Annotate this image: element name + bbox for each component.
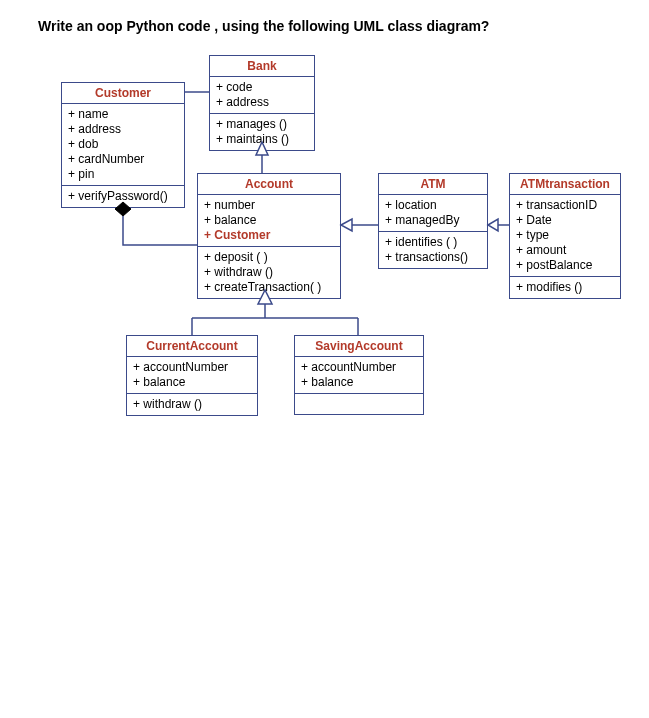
- class-atmtransaction-title: ATMtransaction: [510, 174, 620, 195]
- class-atm: ATM + location + managedBy + identifies …: [378, 173, 488, 269]
- op: + deposit ( ): [204, 250, 334, 265]
- class-account-ops: + deposit ( ) + withdraw () + createTran…: [198, 247, 340, 298]
- class-currentaccount-ops: + withdraw (): [127, 394, 257, 415]
- op: + manages (): [216, 117, 308, 132]
- attr: + cardNumber: [68, 152, 178, 167]
- svg-marker-5: [341, 219, 352, 231]
- class-bank-title: Bank: [210, 56, 314, 77]
- class-atmtransaction-attrs: + transactionID + Date + type + amount +…: [510, 195, 620, 277]
- attr: + balance: [204, 213, 334, 228]
- attr: + location: [385, 198, 481, 213]
- svg-marker-7: [488, 219, 498, 231]
- class-atm-title: ATM: [379, 174, 487, 195]
- attr: + balance: [133, 375, 251, 390]
- op: + verifyPassword(): [68, 189, 178, 204]
- attr: + address: [68, 122, 178, 137]
- op: + maintains (): [216, 132, 308, 147]
- class-customer-attrs: + name + address + dob + cardNumber + pi…: [62, 104, 184, 186]
- class-account: Account + number + balance + Customer + …: [197, 173, 341, 299]
- attr: + amount: [516, 243, 614, 258]
- op: + identifies ( ): [385, 235, 481, 250]
- class-customer-title: Customer: [62, 83, 184, 104]
- attr: + Customer: [204, 228, 334, 243]
- class-currentaccount-title: CurrentAccount: [127, 336, 257, 357]
- class-savingaccount: SavingAccount + accountNumber + balance: [294, 335, 424, 415]
- class-customer-ops: + verifyPassword(): [62, 186, 184, 207]
- class-bank-ops: + manages () + maintains (): [210, 114, 314, 150]
- attr: + balance: [301, 375, 417, 390]
- class-currentaccount-attrs: + accountNumber + balance: [127, 357, 257, 394]
- class-account-attrs: + number + balance + Customer: [198, 195, 340, 247]
- class-customer: Customer + name + address + dob + cardNu…: [61, 82, 185, 208]
- class-savingaccount-title: SavingAccount: [295, 336, 423, 357]
- attr: + managedBy: [385, 213, 481, 228]
- attr: + accountNumber: [301, 360, 417, 375]
- op: + withdraw (): [204, 265, 334, 280]
- op: + modifies (): [516, 280, 614, 295]
- class-account-title: Account: [198, 174, 340, 195]
- op: + withdraw (): [133, 397, 251, 412]
- question-text: Write an oop Python code , using the fol…: [38, 18, 489, 34]
- attr: + type: [516, 228, 614, 243]
- attr: + accountNumber: [133, 360, 251, 375]
- class-bank-attrs: + code + address: [210, 77, 314, 114]
- attr: + postBalance: [516, 258, 614, 273]
- attr: + code: [216, 80, 308, 95]
- attr: + transactionID: [516, 198, 614, 213]
- class-savingaccount-ops: [295, 394, 423, 414]
- class-currentaccount: CurrentAccount + accountNumber + balance…: [126, 335, 258, 416]
- class-atm-ops: + identifies ( ) + transactions(): [379, 232, 487, 268]
- op: + createTransaction( ): [204, 280, 334, 295]
- attr: + number: [204, 198, 334, 213]
- class-bank: Bank + code + address + manages () + mai…: [209, 55, 315, 151]
- class-savingaccount-attrs: + accountNumber + balance: [295, 357, 423, 394]
- op: + transactions(): [385, 250, 481, 265]
- class-atmtransaction: ATMtransaction + transactionID + Date + …: [509, 173, 621, 299]
- attr: + Date: [516, 213, 614, 228]
- class-atmtransaction-ops: + modifies (): [510, 277, 620, 298]
- attr: + address: [216, 95, 308, 110]
- attr: + name: [68, 107, 178, 122]
- class-atm-attrs: + location + managedBy: [379, 195, 487, 232]
- attr: + pin: [68, 167, 178, 182]
- attr: + dob: [68, 137, 178, 152]
